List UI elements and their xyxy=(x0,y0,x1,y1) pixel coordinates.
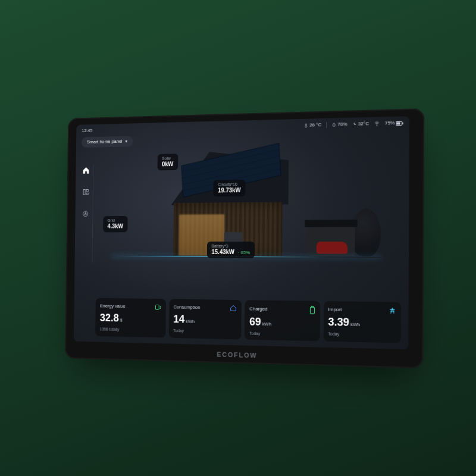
device-battery: 75% xyxy=(385,120,403,127)
card-charged[interactable]: Charged 69 kWh Today xyxy=(245,300,320,341)
svg-point-0 xyxy=(377,125,377,126)
svg-rect-10 xyxy=(311,306,314,308)
clock: 12:45 xyxy=(82,128,92,134)
battery-icon xyxy=(396,121,403,126)
nav-layout[interactable] xyxy=(80,186,91,198)
brand-logo: ECOFLOW xyxy=(65,347,423,364)
wifi-icon xyxy=(374,121,380,126)
svg-rect-4 xyxy=(83,190,85,195)
pylon-icon xyxy=(389,307,396,315)
svg-rect-2 xyxy=(396,122,400,124)
svg-rect-3 xyxy=(402,122,403,124)
house-visual: Solar 0kW Circuits*10 19.73kW Grid 4.3kW… xyxy=(96,137,400,261)
leaf-icon xyxy=(155,303,161,311)
outdoor-temp: 26 °C xyxy=(303,122,321,128)
battery-charging-icon xyxy=(309,306,315,314)
svg-rect-5 xyxy=(86,189,88,192)
card-import[interactable]: Import 3.39 kWh Today xyxy=(323,301,401,343)
bubble-battery[interactable]: Battery*3 15.43kW · 65% xyxy=(207,242,255,259)
battery-pct: · 65% xyxy=(238,250,250,255)
humidity: 70% xyxy=(331,121,347,127)
tablet-device: 12:45 26 °C 70% xyxy=(65,108,424,368)
bubble-grid[interactable]: Grid 4.3kW xyxy=(103,216,127,233)
bubble-circuits[interactable]: Circuits*10 19.73kW xyxy=(213,180,245,197)
svg-rect-9 xyxy=(310,307,314,314)
nav-home[interactable] xyxy=(80,165,91,177)
card-consumption[interactable]: Consumption 14 kWh Today xyxy=(168,299,241,340)
panel-selector[interactable]: Smart home panel ▾ xyxy=(82,136,133,148)
stat-cards: Energy value 32.8 $ 135$ totally Consump… xyxy=(95,298,401,343)
nav-auto[interactable] xyxy=(80,208,91,220)
droplet-icon xyxy=(331,122,336,127)
card-energy-value[interactable]: Energy value 32.8 $ 135$ totally xyxy=(95,298,165,338)
night-temp: 32°C xyxy=(352,121,369,127)
house-icon xyxy=(230,305,237,312)
svg-rect-6 xyxy=(86,193,88,195)
status-bar: 12:45 26 °C 70% xyxy=(82,120,403,134)
chevron-down-icon: ▾ xyxy=(126,139,128,143)
panel-selector-label: Smart home panel xyxy=(87,139,122,145)
svg-rect-8 xyxy=(155,305,159,310)
thermometer-icon xyxy=(303,123,308,128)
bubble-solar[interactable]: Solar 0kW xyxy=(158,154,178,170)
moon-icon xyxy=(352,122,357,127)
screen: 12:45 26 °C 70% xyxy=(74,116,409,349)
